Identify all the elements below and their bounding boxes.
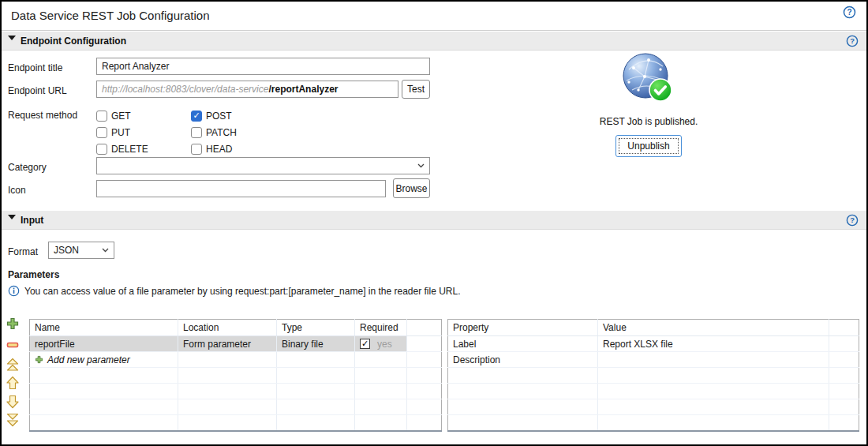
publish-panel: REST Job is published. Unpublish — [589, 51, 709, 157]
help-icon[interactable]: ? — [846, 214, 859, 227]
parameters-info: You can access value of a file parameter… — [8, 285, 461, 297]
col-location: Location — [178, 320, 277, 336]
param-name[interactable]: reportFile — [30, 336, 178, 352]
property-value[interactable]: Report XLSX file — [598, 336, 829, 352]
test-button[interactable]: Test — [402, 80, 430, 99]
head-label: HEAD — [206, 144, 232, 155]
add-new-parameter[interactable]: Add new parameter — [35, 354, 178, 365]
get-checkbox[interactable] — [96, 111, 107, 122]
method-patch[interactable]: PATCH — [191, 127, 317, 138]
endpoint-title-input[interactable] — [96, 58, 430, 75]
plus-icon — [35, 355, 43, 364]
input-section-label: Input — [21, 215, 43, 226]
col-property: Property — [448, 320, 598, 336]
arrow-down-icon — [6, 395, 20, 409]
col-name: Name — [30, 320, 178, 336]
col-value: Value — [598, 320, 829, 336]
icon-input[interactable] — [96, 180, 386, 197]
empty-row — [30, 384, 442, 399]
property-name[interactable]: Label — [448, 336, 598, 352]
method-delete[interactable]: DELETE — [96, 144, 191, 155]
property-row-label[interactable]: Label Report XLSX file — [448, 336, 859, 352]
patch-checkbox[interactable] — [191, 127, 202, 138]
empty-row — [448, 399, 859, 415]
title-bar: Data Service REST Job Configuration ? — [2, 2, 866, 31]
collapse-icon[interactable] — [8, 36, 16, 40]
patch-label: PATCH — [206, 127, 237, 138]
svg-text:?: ? — [847, 8, 851, 17]
property-value[interactable] — [598, 352, 829, 368]
endpoint-configuration-label: Endpoint Configuration — [21, 36, 126, 47]
col-type: Type — [277, 320, 355, 336]
parameters-info-text: You can access value of a file parameter… — [24, 286, 461, 297]
category-label: Category — [8, 162, 47, 173]
move-top-button[interactable] — [6, 357, 21, 373]
publish-status-text: REST Job is published. — [589, 116, 709, 127]
put-label: PUT — [111, 127, 130, 138]
head-checkbox[interactable] — [191, 144, 202, 155]
request-method-group: GET POST PUT PATCH DELETE HEAD — [96, 107, 317, 157]
help-icon[interactable]: ? — [846, 35, 859, 47]
browse-button[interactable]: Browse — [393, 178, 430, 198]
method-get[interactable]: GET — [96, 111, 191, 122]
parameter-row-reportfile[interactable]: reportFile Form parameter Binary file ye… — [30, 336, 442, 352]
endpoint-url-input[interactable]: http://localhost:8083/clover/data-servic… — [96, 81, 398, 98]
empty-row — [448, 368, 859, 384]
param-required[interactable]: yes — [355, 336, 407, 352]
parameters-heading: Parameters — [8, 269, 59, 280]
double-chevron-up-icon — [6, 358, 20, 372]
method-head[interactable]: HEAD — [191, 144, 317, 155]
empty-row — [30, 399, 442, 415]
collapse-icon[interactable] — [8, 215, 16, 219]
properties-table-header: Property Value — [448, 320, 859, 336]
help-icon[interactable]: ? — [843, 6, 856, 19]
info-icon — [8, 285, 20, 297]
endpoint-url-path: /reportAnalyzer — [268, 84, 338, 95]
empty-row — [30, 368, 442, 384]
endpoint-url-base: http://localhost:8083/clover/data-servic… — [102, 84, 268, 95]
format-select[interactable]: JSON — [48, 242, 114, 259]
post-checkbox[interactable] — [191, 111, 202, 122]
parameters-table-header: Name Location Type Required — [30, 320, 442, 336]
unpublish-button[interactable]: Unpublish — [615, 135, 681, 157]
param-type[interactable]: Binary file — [277, 336, 355, 352]
method-put[interactable]: PUT — [96, 127, 191, 138]
add-parameter-button[interactable] — [6, 316, 21, 332]
move-bottom-button[interactable] — [6, 412, 21, 428]
minus-icon — [6, 338, 20, 352]
icon-label: Icon — [8, 185, 26, 196]
add-parameter-row[interactable]: Add new parameter — [30, 352, 442, 368]
empty-row — [30, 415, 442, 431]
double-chevron-down-icon — [6, 413, 20, 427]
endpoint-configuration-header[interactable]: Endpoint Configuration ? — [2, 32, 866, 51]
move-up-button[interactable] — [6, 375, 21, 391]
published-globe-icon — [621, 51, 676, 106]
property-name[interactable]: Description — [448, 352, 598, 368]
arrow-up-icon — [6, 376, 20, 390]
page-title: Data Service REST Job Configuration — [11, 9, 210, 22]
svg-text:?: ? — [850, 36, 855, 45]
param-location[interactable]: Form parameter — [178, 336, 277, 352]
put-checkbox[interactable] — [96, 127, 107, 138]
input-section-header[interactable]: Input ? — [2, 211, 866, 230]
post-label: POST — [206, 111, 232, 122]
category-select[interactable] — [96, 157, 430, 174]
endpoint-url-label: Endpoint URL — [8, 85, 67, 96]
empty-row — [448, 384, 859, 399]
delete-label: DELETE — [111, 144, 148, 155]
plus-icon — [6, 317, 20, 331]
format-value: JSON — [54, 245, 79, 256]
request-method-label: Request method — [8, 110, 77, 121]
move-down-button[interactable] — [6, 394, 21, 410]
col-required: Required — [355, 320, 407, 336]
get-label: GET — [111, 111, 131, 122]
endpoint-title-label: Endpoint title — [8, 62, 62, 73]
data-service-config-window: Data Service REST Job Configuration ? En… — [0, 0, 868, 446]
method-post[interactable]: POST — [191, 111, 317, 122]
delete-checkbox[interactable] — [96, 144, 107, 155]
remove-parameter-button[interactable] — [6, 337, 21, 353]
parameters-table: Name Location Type Required reportFile F… — [29, 319, 442, 432]
chevron-down-icon — [102, 248, 109, 253]
required-checkbox[interactable] — [360, 339, 370, 349]
property-row-description[interactable]: Description — [448, 352, 859, 368]
